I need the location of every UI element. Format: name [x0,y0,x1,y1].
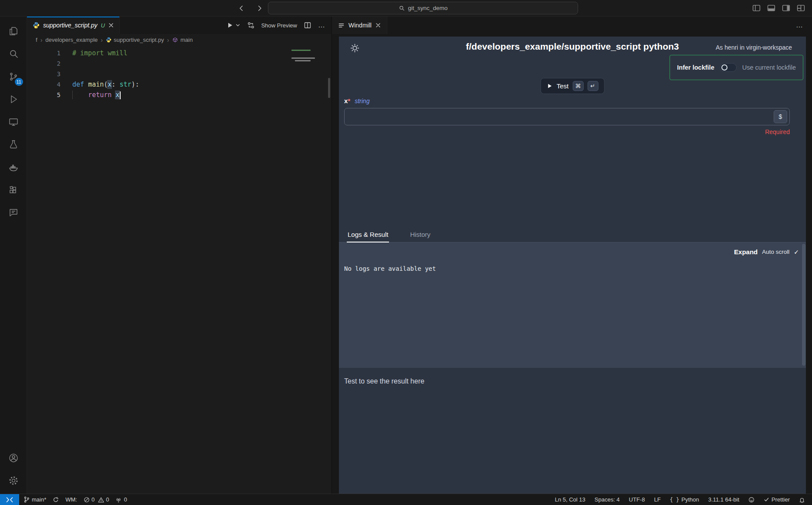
line-number: 5 [27,90,72,100]
windmill-status[interactable]: WM: [65,496,77,503]
logs-scrollbar[interactable] [802,244,805,366]
run-file-button[interactable] [226,21,240,29]
open-changes-icon[interactable] [247,21,255,29]
enter-keycap: ↵ [587,81,598,91]
remote-indicator[interactable] [0,494,19,505]
back-arrow-icon[interactable] [237,4,245,12]
autoscroll-check-icon: ✓ [794,249,799,256]
toggle-secondary-sidebar-icon[interactable] [782,4,790,12]
customize-layout-icon[interactable] [797,4,805,12]
formatter-status[interactable]: Prettier [764,496,790,503]
expand-button[interactable]: Expand [734,248,758,256]
line-number: 4 [27,79,72,90]
run-debug-icon[interactable] [0,88,27,111]
status-bar: main* WM: 0 0 0 Ln 5, Col 13 Spaces: 4 [0,494,812,505]
line-number: 1 [27,48,72,58]
formatter-name: Prettier [771,496,790,503]
notifications-bell-icon[interactable] [799,497,805,503]
x-input-wrapper: $ [344,108,790,125]
account-icon[interactable] [0,447,27,469]
forward-arrow-icon[interactable] [256,4,264,12]
editor-more-actions[interactable]: … [318,21,325,29]
remote-icon [6,497,13,503]
branch-name: main* [32,496,46,503]
tab-windmill[interactable]: Windmill [332,17,387,34]
windmill-more-actions[interactable]: … [796,17,812,34]
cmd-keycap: ⌘ [572,81,583,91]
toggle-panel-icon[interactable] [767,4,775,12]
required-star: * [348,97,350,104]
explorer-icon[interactable] [0,20,27,43]
x-input[interactable] [347,113,774,120]
windmill-tab-label: Windmill [348,22,372,29]
code-line[interactable]: 2 [27,58,332,69]
scm-badge: 11 [15,78,23,86]
language-status[interactable]: { } Python [670,496,699,503]
feedback-smiley-icon[interactable] [748,497,754,503]
close-tab-icon[interactable] [108,23,114,28]
tab-label: supportive_script.py [43,22,98,29]
search-icon [399,5,405,11]
lockfile-settings: Infer lockfile Use current lockfile [670,55,803,80]
tab-logs-result[interactable]: Logs & Result [348,231,388,242]
method-symbol-icon [172,37,178,43]
check-icon [764,497,769,502]
ports-status[interactable]: 0 [115,496,127,503]
close-windmill-tab-icon[interactable] [376,23,381,28]
ports-count: 0 [124,496,127,503]
docker-icon[interactable] [0,156,27,178]
use-current-lockfile-label[interactable]: Use current lockfile [742,64,796,71]
cursor-position-status[interactable]: Ln 5, Col 13 [555,496,585,503]
breadcrumb: f › developers_example › supportive_scri… [27,34,332,46]
code-line[interactable]: 1# import wmill [27,48,332,58]
toggle-sidebar-icon[interactable] [752,4,761,12]
logs-empty-message: No logs are available yet [344,265,436,272]
search-sidebar-icon[interactable] [0,43,27,65]
editor-scrollbar[interactable] [328,78,330,98]
tab-supportive-script[interactable]: supportive_script.py U [27,17,120,34]
extensions-icon[interactable] [0,178,27,201]
workspace-context: As henri in virgin-workspace [716,44,792,51]
code-line[interactable]: 5 return x [27,90,332,100]
source-control-icon[interactable]: 11 [0,65,27,88]
command-center-search[interactable]: git_sync_demo [268,2,578,14]
breadcrumb-symbol[interactable]: main [172,37,193,43]
play-icon [547,83,553,89]
breadcrumb-folder[interactable]: developers_example [45,37,98,43]
result-tabs: Logs & Result History [339,227,806,242]
tab-history[interactable]: History [410,231,430,242]
split-editor-icon[interactable] [304,21,311,29]
code-editor[interactable]: 1# import wmill234def main(x: str):5 ret… [27,46,332,494]
git-branch-status[interactable]: main* [24,496,46,503]
problems-status[interactable]: 0 0 [84,496,109,503]
infer-lockfile-toggle[interactable] [720,63,737,72]
code-lines: 1# import wmill234def main(x: str):5 ret… [27,48,332,100]
logs-area: Expand Auto scroll ✓ No logs are availab… [339,242,806,368]
search-value: git_sync_demo [408,5,448,11]
show-preview-button[interactable]: Show Preview [261,22,297,29]
test-button[interactable]: Test ⌘ ↵ [541,78,605,94]
indentation-status[interactable]: Spaces: 4 [595,496,620,503]
autoscroll-label[interactable]: Auto scroll [762,249,789,255]
windmill-panel-group: Windmill … f/developers_example/supporti… [332,17,812,494]
remote-explorer-icon[interactable] [0,111,27,133]
minimap[interactable] [291,50,324,61]
python-interpreter-status[interactable]: 3.11.1 64-bit [708,496,739,503]
breadcrumb-root[interactable]: f [36,37,37,43]
errors-count: 0 [91,496,95,503]
breadcrumb-file[interactable]: supportive_script.py [106,37,164,43]
sync-status[interactable] [53,497,59,503]
eol-status[interactable]: LF [654,496,660,503]
braces-icon: { } [670,497,680,503]
python-file-icon [33,22,40,29]
code-line[interactable]: 3 [27,69,332,79]
settings-gear-icon[interactable] [0,469,27,492]
chat-icon[interactable] [0,201,27,224]
windmill-tabstrip: Windmill … [332,17,812,34]
testing-icon[interactable] [0,133,27,156]
dollar-variable-button[interactable]: $ [774,110,787,123]
code-line[interactable]: 4def main(x: str): [27,79,332,90]
editor-tabstrip: supportive_script.py U Show Preview [27,17,332,34]
encoding-status[interactable]: UTF-8 [629,496,645,503]
activity-bar: 11 [0,17,27,494]
